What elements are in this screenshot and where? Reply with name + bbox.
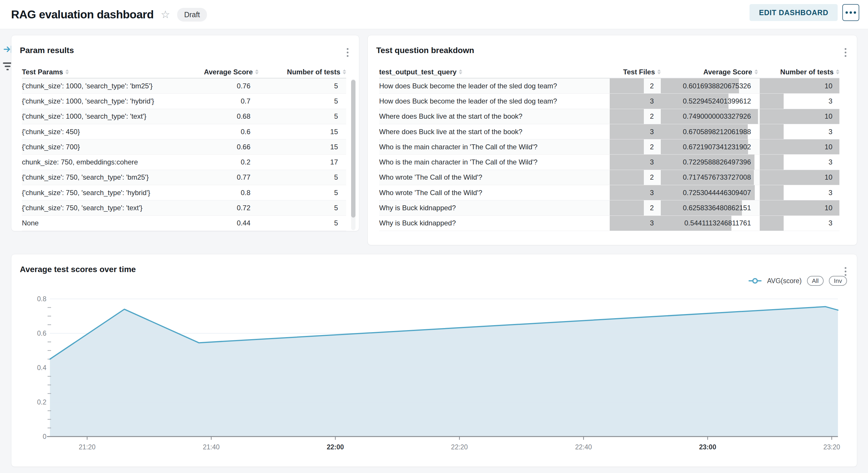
breakdown-table-header: test_output_test_query Test Files Averag… (379, 66, 839, 78)
table-row: {'chunk_size': 1000, 'search_type': 'hyb… (22, 94, 346, 109)
cell-average-score: 0.7229588826497396 (661, 155, 758, 169)
column-header-average-score[interactable]: Average Score (177, 68, 258, 76)
star-icon[interactable]: ☆ (161, 9, 170, 20)
cell-value: 0.6705898212061988 (683, 128, 751, 136)
cell-number-of-tests: 3 (758, 185, 839, 200)
kebab-menu-icon[interactable] (843, 47, 847, 58)
column-header-test-files[interactable]: Test Files (610, 68, 661, 76)
sort-icon[interactable] (459, 69, 462, 74)
cell-bar (610, 200, 644, 215)
table-row: None0.445 (22, 216, 346, 231)
cell-number-of-tests: 3 (758, 124, 839, 139)
cell-value: 0.5229452401399612 (683, 97, 751, 105)
sort-icon[interactable] (255, 69, 258, 74)
cell-average-score: 0.7253044446309407 (661, 185, 758, 200)
edit-dashboard-button[interactable]: EDIT DASHBOARD (749, 4, 838, 21)
scrollbar-track[interactable] (351, 79, 355, 230)
ellipsis-dot (854, 11, 856, 14)
cell-test-query: Who wrote 'The Call of the Wild'? (379, 185, 610, 200)
cell-value: 0.7229588826497396 (683, 158, 751, 166)
sort-icon[interactable] (343, 69, 346, 74)
y-axis-label: 0.2 (37, 398, 46, 406)
scrollbar-thumb[interactable] (351, 80, 355, 217)
cell-test-params: {'chunk_size': 750, 'search_type': 'bm25… (22, 173, 177, 181)
table-row: {'chunk_size': 750, 'search_type': 'hybr… (22, 185, 346, 200)
column-label: Test Params (22, 68, 63, 76)
sort-icon[interactable] (657, 69, 661, 74)
more-options-button[interactable] (842, 4, 859, 21)
table-row: {'chunk_size': 1000, 'search_type': 'bm2… (22, 78, 346, 94)
cell-bar (760, 124, 784, 139)
cell-test-query: Who wrote 'The Call of the Wild'? (379, 170, 610, 185)
column-header-average-score[interactable]: Average Score (661, 68, 758, 76)
kebab-menu-icon[interactable] (843, 266, 847, 277)
cell-value: 3 (650, 219, 654, 227)
cell-test-files: 3 (610, 94, 661, 108)
legend-series-label[interactable]: AVG(score) (767, 277, 802, 285)
cell-number-of-tests: 3 (758, 155, 839, 169)
cell-test-query: How does Buck become the leader of the s… (379, 94, 610, 108)
cell-number-of-tests: 5 (258, 97, 346, 105)
cell-test-files: 3 (610, 155, 661, 169)
column-label: Average Score (703, 68, 752, 76)
cell-bar (610, 139, 644, 154)
cell-test-files: 2 (610, 109, 661, 124)
sort-icon[interactable] (754, 69, 758, 74)
cell-value: 2 (650, 173, 654, 181)
cell-average-score: 0.72 (177, 204, 258, 212)
cell-test-query: Where does Buck live at the start of the… (379, 124, 610, 139)
cell-average-score: 0.8 (177, 189, 258, 197)
cell-test-query: Who is the main character in 'The Call o… (379, 155, 610, 169)
table-row: Where does Buck live at the start of the… (379, 109, 839, 124)
header-actions: EDIT DASHBOARD (749, 4, 859, 21)
cell-test-params: {'chunk_size': 1000, 'search_type': 'hyb… (22, 97, 177, 105)
cell-value: 0.6258336480862151 (683, 204, 751, 212)
column-label: Test Files (623, 68, 655, 76)
cell-test-files: 3 (610, 124, 661, 139)
column-header-number-of-tests[interactable]: Number of tests (758, 68, 839, 76)
table-row: Who wrote 'The Call of the Wild'?30.7253… (379, 185, 839, 200)
cell-value: 3 (650, 158, 654, 166)
cell-value: 3 (829, 189, 832, 197)
cell-test-params: {'chunk_size': 700} (22, 143, 177, 151)
column-header-test-params[interactable]: Test Params (22, 68, 177, 76)
cell-test-files: 3 (610, 185, 661, 200)
cell-average-score: 0.44 (177, 219, 258, 227)
table-row: Who wrote 'The Call of the Wild'?20.7174… (379, 170, 839, 185)
column-label: Number of tests (287, 68, 340, 76)
legend-all-button[interactable]: All (807, 276, 824, 286)
sort-icon[interactable] (836, 69, 839, 74)
chart-legend: AVG(score) All Inv (748, 276, 847, 286)
cell-bar (610, 109, 644, 124)
ellipsis-dot (845, 11, 848, 14)
card-title: Param results (20, 46, 74, 55)
table-row: Who is the main character in 'The Call o… (379, 139, 839, 155)
cell-value: 3 (829, 158, 832, 166)
cell-test-params: {'chunk_size': 1000, 'search_type': 'tex… (22, 112, 177, 121)
cell-test-files: 2 (610, 200, 661, 215)
series-area (50, 307, 838, 437)
cell-number-of-tests: 15 (258, 128, 346, 136)
cell-number-of-tests: 3 (758, 216, 839, 231)
cell-number-of-tests: 15 (258, 143, 346, 151)
cell-bar (610, 170, 644, 185)
y-axis-label: 0 (42, 433, 46, 440)
column-header-number-of-tests[interactable]: Number of tests (258, 68, 346, 76)
cell-average-score: 0.6 (177, 128, 258, 136)
kebab-menu-icon[interactable] (346, 47, 350, 58)
title-row: RAG evaluation dashboard ☆ Draft (11, 0, 207, 29)
avg-scores-chart-card: Average test scores over time AVG(score)… (11, 254, 857, 467)
table-row: Where does Buck live at the start of the… (379, 124, 839, 139)
line-chart[interactable]: 00.20.40.60.821:2021:4022:0022:2022:4023… (11, 288, 858, 461)
cell-value: 2 (650, 143, 654, 151)
cell-value: 10 (825, 173, 832, 181)
legend-inv-button[interactable]: Inv (829, 276, 847, 286)
sort-icon[interactable] (65, 69, 69, 74)
page-header: RAG evaluation dashboard ☆ Draft EDIT DA… (0, 0, 868, 29)
x-axis-label: 21:20 (79, 443, 96, 451)
cell-test-files: 2 (610, 78, 661, 93)
cell-test-params: {'chunk_size': 450} (22, 128, 177, 136)
cell-average-score: 0.7490000003327926 (661, 109, 758, 124)
cell-average-score: 0.77 (177, 173, 258, 181)
column-header-test-output-test-query[interactable]: test_output_test_query (379, 68, 610, 76)
